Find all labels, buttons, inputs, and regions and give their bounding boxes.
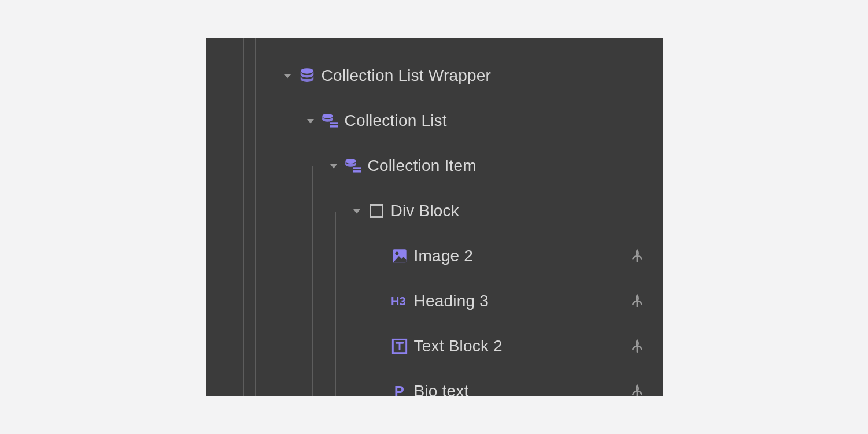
tree-item-label: Collection List Wrapper bbox=[322, 66, 492, 85]
svg-point-1 bbox=[322, 113, 333, 118]
svg-rect-5 bbox=[353, 167, 361, 169]
svg-point-4 bbox=[345, 158, 356, 163]
svg-point-0 bbox=[300, 68, 313, 74]
database-list-icon bbox=[322, 112, 339, 129]
tree-item-label: Collection Item bbox=[368, 157, 477, 175]
tree-item-label: Text Block 2 bbox=[414, 337, 503, 355]
binding-icon[interactable] bbox=[629, 338, 645, 354]
caret-down-icon[interactable] bbox=[328, 161, 339, 171]
binding-icon[interactable] bbox=[629, 293, 645, 309]
tree: Collection List Wrapper Collection List bbox=[206, 38, 663, 396]
caret-down-icon[interactable] bbox=[305, 116, 316, 126]
tree-item-collection-item[interactable]: Collection Item bbox=[206, 143, 663, 188]
tree-item-div-block[interactable]: Div Block bbox=[206, 188, 663, 233]
svg-rect-2 bbox=[330, 122, 338, 124]
caret-down-icon[interactable] bbox=[282, 71, 293, 81]
paragraph-icon: P bbox=[391, 383, 408, 396]
h3-icon: H3 bbox=[391, 292, 408, 310]
database-icon bbox=[298, 67, 316, 84]
svg-text:P: P bbox=[394, 383, 404, 396]
div-icon bbox=[368, 202, 385, 220]
tree-item-label: Heading 3 bbox=[414, 292, 489, 310]
caret-down-icon[interactable] bbox=[352, 206, 362, 216]
tree-item-label: Image 2 bbox=[414, 247, 474, 265]
tree-item-collection-list-wrapper[interactable]: Collection List Wrapper bbox=[206, 53, 663, 98]
svg-text:H3: H3 bbox=[391, 295, 406, 307]
svg-rect-6 bbox=[353, 170, 361, 172]
svg-rect-7 bbox=[370, 205, 382, 217]
tree-item-heading[interactable]: H3 Heading 3 bbox=[206, 279, 663, 324]
tree-item-collection-list[interactable]: Collection List bbox=[206, 98, 663, 143]
tree-item-label: Div Block bbox=[391, 202, 460, 220]
tree-item-image[interactable]: Image 2 bbox=[206, 233, 663, 279]
svg-point-9 bbox=[395, 251, 398, 255]
tree-item-label: Bio text bbox=[414, 382, 469, 396]
binding-icon[interactable] bbox=[629, 248, 645, 264]
tree-item-text-block[interactable]: Text Block 2 bbox=[206, 324, 663, 369]
svg-rect-3 bbox=[330, 125, 338, 127]
tree-item-paragraph[interactable]: P Bio text bbox=[206, 369, 663, 396]
navigator-panel: Collection List Wrapper Collection List bbox=[206, 38, 663, 396]
image-icon bbox=[391, 247, 408, 265]
binding-icon[interactable] bbox=[629, 383, 645, 396]
tree-item-label: Collection List bbox=[345, 112, 447, 130]
database-list-icon bbox=[345, 157, 362, 175]
text-icon bbox=[391, 337, 408, 355]
